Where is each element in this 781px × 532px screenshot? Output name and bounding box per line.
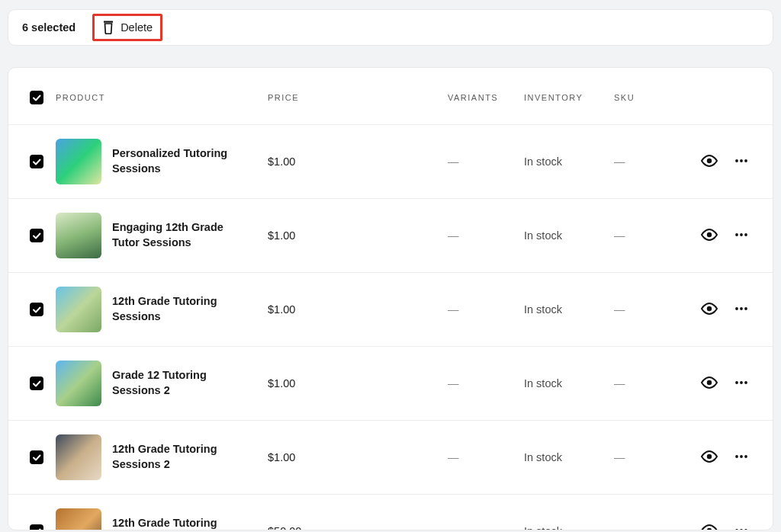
- more-actions-icon[interactable]: [734, 228, 748, 244]
- inventory-cell: In stock: [524, 347, 614, 421]
- view-icon[interactable]: [701, 300, 718, 319]
- inventory-cell: In stock: [524, 199, 614, 273]
- row-checkbox[interactable]: [30, 450, 43, 464]
- variants-cell: —: [448, 273, 524, 347]
- price-cell: $1.00: [268, 199, 448, 273]
- row-checkbox[interactable]: [30, 155, 43, 168]
- view-icon[interactable]: [701, 448, 718, 467]
- inventory-cell: In stock: [524, 495, 614, 531]
- col-inventory: INVENTORY: [524, 68, 614, 125]
- view-icon[interactable]: [701, 374, 718, 393]
- product-name[interactable]: Engaging 12th Grade Tutor Sessions: [112, 220, 249, 250]
- price-cell: $1.00: [268, 347, 448, 421]
- table-row: Grade 12 Tutoring Sessions 2 $1.00 — In …: [8, 347, 773, 421]
- inventory-cell: In stock: [524, 421, 614, 495]
- inventory-cell: In stock: [524, 273, 614, 347]
- row-checkbox[interactable]: [30, 524, 43, 530]
- table-row: Engaging 12th Grade Tutor Sessions $1.00…: [8, 199, 773, 273]
- more-actions-icon[interactable]: [734, 524, 748, 531]
- view-icon[interactable]: [701, 522, 718, 531]
- sku-cell: —: [614, 125, 696, 199]
- inventory-cell: In stock: [524, 125, 614, 199]
- delete-button[interactable]: Delete: [92, 14, 162, 41]
- more-actions-icon[interactable]: [734, 302, 748, 318]
- more-actions-icon[interactable]: [734, 450, 748, 466]
- variants-cell: —: [448, 347, 524, 421]
- product-name[interactable]: Personalized Tutoring Sessions: [112, 146, 249, 176]
- price-cell: $50.00: [268, 495, 448, 531]
- more-actions-icon[interactable]: [734, 376, 748, 392]
- sku-cell: —: [614, 273, 696, 347]
- variants-cell: —: [448, 125, 524, 199]
- col-product: PRODUCT: [56, 68, 268, 125]
- table-row: 12th Grade Tutoring Sessions $1.00 — In …: [8, 273, 773, 347]
- product-name[interactable]: 12th Grade Tutoring Sessions 2: [112, 442, 249, 472]
- more-actions-icon[interactable]: [734, 154, 748, 170]
- sku-cell: —: [614, 199, 696, 273]
- table-row: 12th Grade Tutoring Sessions 3 $50.00 — …: [8, 495, 773, 531]
- price-cell: $1.00: [268, 273, 448, 347]
- product-name[interactable]: 12th Grade Tutoring Sessions: [112, 294, 249, 324]
- product-thumbnail[interactable]: [56, 213, 101, 258]
- sku-cell: —: [614, 495, 696, 531]
- table-row: Personalized Tutoring Sessions $1.00 — I…: [8, 125, 773, 199]
- product-thumbnail[interactable]: [56, 361, 101, 406]
- sku-cell: —: [614, 421, 696, 495]
- row-checkbox[interactable]: [30, 303, 43, 316]
- row-checkbox[interactable]: [30, 377, 43, 390]
- col-variants: VARIANTS: [448, 68, 524, 125]
- trash-icon: [102, 21, 114, 34]
- product-thumbnail[interactable]: [56, 508, 101, 530]
- selection-toolbar: 6 selected Delete: [8, 9, 773, 46]
- col-price: PRICE: [268, 68, 448, 125]
- variants-cell: —: [448, 421, 524, 495]
- product-thumbnail[interactable]: [56, 287, 101, 332]
- product-thumbnail[interactable]: [56, 139, 101, 184]
- sku-cell: —: [614, 347, 696, 421]
- row-checkbox[interactable]: [30, 229, 43, 242]
- product-name[interactable]: Grade 12 Tutoring Sessions 2: [112, 368, 249, 398]
- product-name[interactable]: 12th Grade Tutoring Sessions 3: [112, 516, 249, 530]
- col-sku: SKU: [614, 68, 696, 125]
- delete-label: Delete: [121, 21, 153, 34]
- view-icon[interactable]: [701, 152, 718, 171]
- view-icon[interactable]: [701, 226, 718, 245]
- table-header-row: PRODUCT PRICE VARIANTS INVENTORY SKU: [8, 68, 773, 125]
- products-table-card: PRODUCT PRICE VARIANTS INVENTORY SKU Per…: [8, 67, 773, 530]
- selected-count: 6 selected: [22, 21, 76, 34]
- variants-cell: —: [448, 199, 524, 273]
- products-table: PRODUCT PRICE VARIANTS INVENTORY SKU Per…: [8, 68, 773, 530]
- table-row: 12th Grade Tutoring Sessions 2 $1.00 — I…: [8, 421, 773, 495]
- select-all-checkbox[interactable]: [30, 91, 43, 104]
- price-cell: $1.00: [268, 421, 448, 495]
- variants-cell: —: [448, 495, 524, 531]
- product-thumbnail[interactable]: [56, 434, 101, 480]
- price-cell: $1.00: [268, 125, 448, 199]
